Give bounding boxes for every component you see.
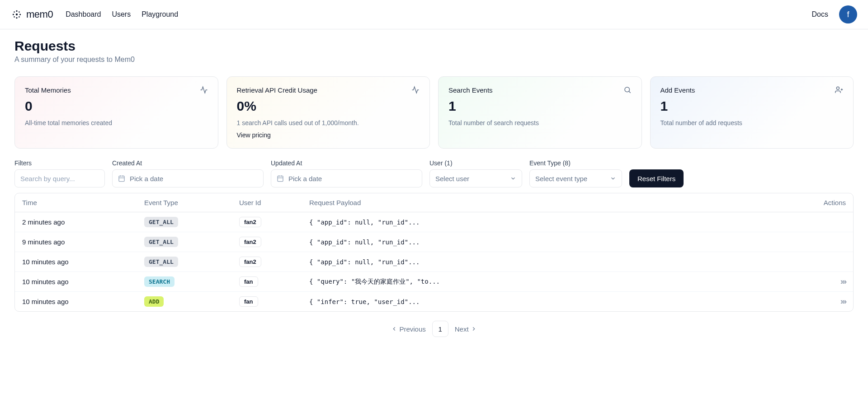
cell-event-type: ADD — [137, 292, 232, 312]
cell-payload: { "app_id": null, "run_id"... — [302, 252, 808, 272]
user-pill[interactable]: fan2 — [239, 237, 261, 247]
table-row: 10 minutes ago SEARCH fan { "query": "我今… — [15, 272, 853, 292]
card-desc: Total number of add requests — [660, 118, 844, 128]
payload-text: { "app_id": null, "run_id"... — [309, 239, 420, 246]
more-icon[interactable]: ››› — [840, 277, 846, 286]
th-event-type: Event Type — [137, 193, 232, 212]
svg-rect-14 — [119, 176, 124, 182]
cell-user: fan2 — [232, 232, 302, 252]
th-time: Time — [15, 193, 137, 212]
table-row: 9 minutes ago GET_ALL fan2 { "app_id": n… — [15, 232, 853, 252]
nav-links: Dashboard Users Playground — [66, 10, 178, 19]
cell-event-type: SEARCH — [137, 272, 232, 292]
next-label: Next — [455, 325, 469, 333]
user-pill[interactable]: fan — [239, 276, 258, 287]
event-type-badge: GET_ALL — [144, 257, 178, 267]
topbar: mem0 Dashboard Users Playground Docs f — [0, 0, 868, 29]
page-subtitle: A summary of your requests to Mem0 — [14, 56, 854, 64]
calendar-icon — [118, 175, 125, 182]
card-credit-usage: Retrieval API Credit Usage 0% 1 search A… — [226, 76, 430, 149]
calendar-icon — [277, 175, 284, 182]
cell-user: fan — [232, 292, 302, 312]
card-add-events: Add Events 1 Total number of add request… — [650, 76, 854, 149]
card-value: 0% — [237, 98, 420, 114]
th-payload: Request Payload — [302, 193, 808, 212]
svg-point-2 — [16, 17, 17, 19]
stat-cards: Total Memories 0 All-time total memories… — [14, 76, 854, 149]
svg-point-4 — [19, 14, 21, 15]
payload-text: { "query": "我今天的家庭作业", "to... — [309, 278, 440, 285]
card-value: 0 — [25, 98, 208, 114]
card-desc: Total number of search requests — [448, 118, 632, 128]
search-icon — [623, 86, 632, 94]
page-content: Requests A summary of your requests to M… — [0, 29, 868, 346]
table-row: 10 minutes ago GET_ALL fan2 { "app_id": … — [15, 252, 853, 272]
card-desc: 1 search API calls used out of 1,000/mon… — [237, 118, 420, 128]
table-row: 2 minutes ago GET_ALL fan2 { "app_id": n… — [15, 212, 853, 232]
cell-payload: { "app_id": null, "run_id"... — [302, 232, 808, 252]
next-button[interactable]: Next — [455, 325, 477, 333]
event-type-badge: SEARCH — [144, 276, 175, 287]
event-type-badge: GET_ALL — [144, 217, 178, 227]
prev-button[interactable]: Previous — [391, 325, 425, 333]
topbar-right: Docs f — [812, 5, 857, 23]
svg-line-10 — [629, 91, 630, 93]
user-pill[interactable]: fan2 — [239, 217, 261, 227]
topbar-left: mem0 Dashboard Users Playground — [11, 9, 178, 20]
filters-label: Filters — [14, 159, 105, 167]
requests-table: Time Event Type User Id Request Payload … — [14, 193, 854, 312]
event-type-select[interactable]: Select event type — [529, 169, 622, 187]
select-value: Select event type — [535, 175, 587, 182]
cell-payload: { "app_id": null, "run_id"... — [302, 212, 808, 232]
nav-docs[interactable]: Docs — [812, 10, 828, 19]
chevron-down-icon — [510, 175, 516, 182]
svg-point-0 — [16, 14, 18, 15]
logo-icon — [11, 9, 23, 20]
card-value: 1 — [448, 98, 632, 114]
search-input-wrap[interactable] — [14, 169, 105, 187]
prev-label: Previous — [399, 325, 425, 333]
th-user-id: User Id — [232, 193, 302, 212]
cell-user: fan2 — [232, 212, 302, 232]
cell-user: fan — [232, 272, 302, 292]
page-title: Requests — [14, 38, 854, 54]
select-value: Select user — [435, 175, 469, 182]
card-value: 1 — [660, 98, 844, 114]
page-number[interactable]: 1 — [432, 321, 448, 337]
filters-row: Filters Created At Pick a date Updated A… — [14, 159, 854, 187]
reset-filters-button[interactable]: Reset Filters — [629, 169, 684, 187]
user-pill[interactable]: fan2 — [239, 257, 261, 267]
search-input[interactable] — [20, 175, 99, 182]
card-title: Total Memories — [25, 86, 71, 94]
cell-time: 10 minutes ago — [15, 252, 137, 272]
svg-point-9 — [625, 87, 630, 92]
cell-time: 2 minutes ago — [15, 212, 137, 232]
svg-point-3 — [13, 14, 14, 15]
pagination: Previous 1 Next — [14, 321, 854, 337]
created-at-picker[interactable]: Pick a date — [112, 169, 264, 187]
user-plus-icon — [835, 86, 843, 94]
chevron-right-icon — [471, 326, 477, 332]
updated-at-label: Updated At — [271, 159, 422, 167]
cell-time: 10 minutes ago — [15, 272, 137, 292]
card-desc: All-time total memories created — [25, 118, 208, 128]
nav-users[interactable]: Users — [112, 10, 131, 19]
updated-at-picker[interactable]: Pick a date — [271, 169, 422, 187]
payload-text: { "app_id": null, "run_id"... — [309, 219, 420, 226]
view-pricing-link[interactable]: View pricing — [237, 131, 271, 139]
cell-time: 10 minutes ago — [15, 292, 137, 312]
cell-payload: { "query": "我今天的家庭作业", "to... — [302, 272, 808, 292]
more-icon[interactable]: ››› — [840, 297, 846, 306]
nav-playground[interactable]: Playground — [142, 10, 178, 19]
date-placeholder: Pick a date — [130, 175, 163, 182]
card-title: Retrieval API Credit Usage — [237, 86, 317, 94]
cell-actions: ››› — [808, 292, 853, 312]
user-select[interactable]: Select user — [429, 169, 522, 187]
svg-point-6 — [19, 11, 20, 13]
avatar[interactable]: f — [839, 5, 857, 23]
user-pill[interactable]: fan — [239, 296, 258, 307]
cell-payload: { "infer": true, "user_id"... — [302, 292, 808, 312]
svg-rect-18 — [278, 176, 283, 182]
logo[interactable]: mem0 — [11, 9, 53, 20]
nav-dashboard[interactable]: Dashboard — [66, 10, 101, 19]
